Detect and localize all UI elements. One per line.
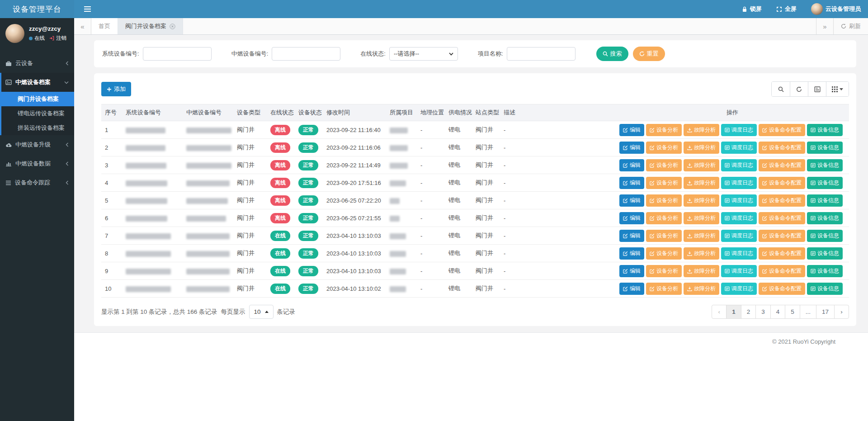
sidebar-item-device-upgrade[interactable]: 中燃设备升级 [0, 135, 74, 154]
device-command-config-button[interactable]: 设备命令配置 [759, 177, 805, 189]
edit-button[interactable]: 编辑 [619, 265, 644, 277]
device-command-config-button[interactable]: 设备命令配置 [759, 124, 805, 136]
device-analysis-button[interactable]: 设备分析 [646, 283, 682, 295]
sidebar-item-cloud-device[interactable]: 云设备 [0, 54, 74, 73]
sidebar-item-assembled-remote-archive[interactable]: 拼装远传设备档案 [1, 121, 74, 135]
edit-button[interactable]: 编辑 [619, 194, 644, 207]
fullscreen-button[interactable]: 全屏 [769, 0, 804, 18]
lock-screen-button[interactable]: 锁屏 [735, 0, 769, 18]
device-command-config-button[interactable]: 设备命令配置 [759, 159, 805, 171]
edit-button[interactable]: 编辑 [619, 124, 644, 136]
edit-button[interactable]: 编辑 [619, 230, 644, 242]
device-command-config-button[interactable]: 设备命令配置 [759, 142, 805, 154]
pagination-page-button[interactable]: 4 [770, 305, 786, 319]
dispatch-log-button[interactable]: 调度日志 [721, 230, 757, 242]
edit-button[interactable]: 编辑 [619, 142, 644, 154]
device-info-button[interactable]: 设备信息 [807, 230, 843, 242]
edit-button[interactable]: 编辑 [619, 247, 644, 260]
online-status-select[interactable]: --请选择-- [389, 47, 458, 61]
pagination-page-button[interactable]: 17 [816, 305, 835, 319]
fault-analysis-button[interactable]: 故障分析 [684, 124, 719, 136]
search-button[interactable]: 搜索 [596, 47, 628, 61]
device-analysis-button[interactable]: 设备分析 [646, 194, 682, 207]
sidebar-item-device-data[interactable]: 中燃设备数据 [0, 154, 74, 173]
fault-analysis-button[interactable]: 故障分析 [684, 230, 719, 242]
sidebar-item-valve-well-archive[interactable]: 阀门井设备档案 [1, 92, 74, 106]
edit-button[interactable]: 编辑 [619, 283, 644, 295]
device-analysis-button[interactable]: 设备分析 [646, 212, 682, 224]
table-search-button[interactable] [772, 82, 790, 96]
sidebar-toggle-button[interactable] [74, 0, 101, 18]
device-command-config-button[interactable]: 设备命令配置 [759, 230, 805, 242]
edit-button[interactable]: 编辑 [619, 212, 644, 224]
pagination-page-button[interactable]: 5 [785, 305, 800, 319]
fault-analysis-button[interactable]: 故障分析 [684, 212, 719, 224]
dispatch-log-button[interactable]: 调度日志 [721, 142, 757, 154]
reset-button[interactable]: 重置 [633, 47, 665, 61]
device-info-button[interactable]: 设备信息 [807, 142, 843, 154]
project-name-input[interactable] [507, 47, 576, 61]
device-command-config-button[interactable]: 设备命令配置 [759, 212, 805, 224]
device-analysis-button[interactable]: 设备分析 [646, 177, 682, 189]
pagination-ellipsis[interactable]: ... [800, 305, 816, 319]
logout-button[interactable]: 注销 [49, 35, 66, 42]
device-analysis-button[interactable]: 设备分析 [646, 124, 682, 136]
close-tab-icon[interactable] [170, 24, 175, 29]
sidebar-item-lithium-remote-archive[interactable]: 锂电远传设备档案 [1, 106, 74, 121]
device-command-config-button[interactable]: 设备命令配置 [759, 283, 805, 295]
device-info-button[interactable]: 设备信息 [807, 124, 843, 136]
device-info-button[interactable]: 设备信息 [807, 159, 843, 171]
edit-button[interactable]: 编辑 [619, 159, 644, 171]
table-refresh-button[interactable] [790, 82, 808, 96]
pagination-next-button[interactable]: › [834, 305, 849, 319]
device-info-button[interactable]: 设备信息 [807, 247, 843, 260]
tabs-scroll-right-button[interactable]: » [816, 18, 833, 34]
dispatch-log-button[interactable]: 调度日志 [721, 212, 757, 224]
table-columns-button[interactable] [826, 82, 849, 96]
fault-analysis-button[interactable]: 故障分析 [684, 247, 719, 260]
add-button[interactable]: 添加 [101, 82, 131, 96]
edit-button[interactable]: 编辑 [619, 177, 644, 189]
device-analysis-button[interactable]: 设备分析 [646, 142, 682, 154]
table-detail-view-button[interactable] [808, 82, 826, 96]
device-info-button[interactable]: 设备信息 [807, 194, 843, 207]
device-analysis-button[interactable]: 设备分析 [646, 265, 682, 277]
device-info-button[interactable]: 设备信息 [807, 177, 843, 189]
fault-analysis-button[interactable]: 故障分析 [684, 177, 719, 189]
pagination-page-button[interactable]: 3 [755, 305, 771, 319]
device-info-button[interactable]: 设备信息 [807, 265, 843, 277]
device-analysis-button[interactable]: 设备分析 [646, 230, 682, 242]
dispatch-log-button[interactable]: 调度日志 [721, 194, 757, 207]
device-command-config-button[interactable]: 设备命令配置 [759, 265, 805, 277]
device-command-config-button[interactable]: 设备命令配置 [759, 194, 805, 207]
dispatch-log-button[interactable]: 调度日志 [721, 177, 757, 189]
fault-analysis-button[interactable]: 故障分析 [684, 283, 719, 295]
dispatch-log-button[interactable]: 调度日志 [721, 159, 757, 171]
tab-valve-well-archive[interactable]: 阀门井设备档案 [118, 18, 183, 34]
refresh-tab-button[interactable]: 刷新 [833, 18, 868, 34]
fault-analysis-button[interactable]: 故障分析 [684, 194, 719, 207]
pagination-page-button[interactable]: 2 [741, 305, 756, 319]
pagination-prev-button[interactable]: ‹ [712, 305, 726, 319]
dispatch-log-button[interactable]: 调度日志 [721, 124, 757, 136]
page-size-select[interactable]: 10 [249, 305, 274, 319]
device-info-button[interactable]: 设备信息 [807, 283, 843, 295]
fault-analysis-button[interactable]: 故障分析 [684, 265, 719, 277]
pagination-page-button[interactable]: 1 [726, 305, 741, 319]
device-analysis-button[interactable]: 设备分析 [646, 247, 682, 260]
dispatch-log-button[interactable]: 调度日志 [721, 247, 757, 260]
fault-analysis-button[interactable]: 故障分析 [684, 142, 719, 154]
user-menu[interactable]: 云设备管理员 [804, 0, 868, 18]
tab-home[interactable]: 首页 [91, 18, 118, 34]
fault-analysis-button[interactable]: 故障分析 [684, 159, 719, 171]
system-id-input[interactable] [143, 47, 212, 61]
sidebar-item-command-tracking[interactable]: 设备命令跟踪 [0, 173, 74, 192]
device-analysis-button[interactable]: 设备分析 [646, 159, 682, 171]
gas-id-input[interactable] [272, 47, 340, 61]
dispatch-log-button[interactable]: 调度日志 [721, 283, 757, 295]
device-command-config-button[interactable]: 设备命令配置 [759, 247, 805, 260]
dispatch-log-button[interactable]: 调度日志 [721, 265, 757, 277]
tabs-scroll-left-button[interactable]: « [74, 18, 91, 34]
sidebar-item-gas-device-archive[interactable]: 中燃设备档案 [1, 73, 74, 92]
device-info-button[interactable]: 设备信息 [807, 212, 843, 224]
